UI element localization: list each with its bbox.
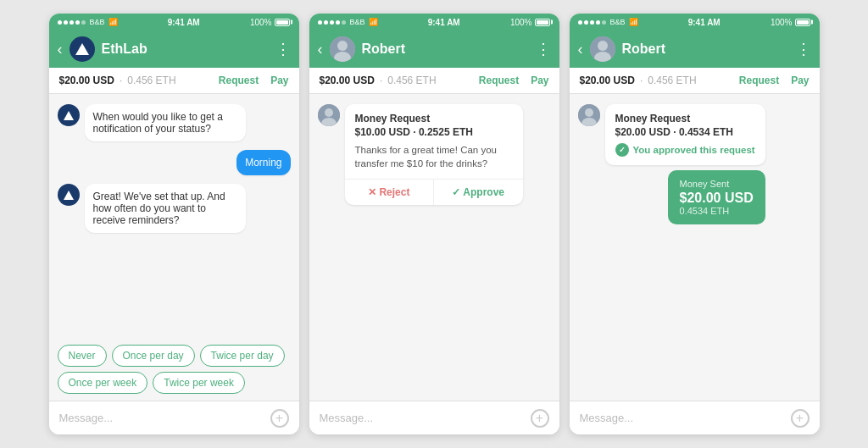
approved-badge: ✓ You approved this request <box>615 143 755 157</box>
signal-dot <box>596 20 600 25</box>
money-request-card-approved: Money Request $20.00 USD · 0.4534 ETH ✓ … <box>605 104 765 165</box>
money-request-eth-3: 0.4534 ETH <box>679 126 733 138</box>
bot-bubble-1: When would you like to get a notificatio… <box>85 104 246 141</box>
battery-area-1: 100% <box>250 18 291 27</box>
chip-twice-day[interactable]: Twice per day <box>200 345 285 367</box>
battery-label-3: 100% <box>771 18 793 27</box>
input-bar-3: Message... + <box>570 401 820 434</box>
balance-usd-2: $20.00 USD <box>320 75 375 86</box>
signal-dot <box>324 20 328 25</box>
phone-3: B&B 📶 9:41 AM 100% ‹ Robert ⋮ $20.00 USD… <box>570 14 820 434</box>
add-button-2[interactable]: + <box>531 409 549 428</box>
money-request-amount: $10.00 USD · 0.2525 ETH <box>355 126 513 138</box>
bot-bubble-2: Great! We've set that up. And how often … <box>85 184 246 233</box>
money-sent-label: Money Sent <box>680 179 754 189</box>
pay-button-2[interactable]: Pay <box>531 75 548 86</box>
signal-dot <box>584 20 588 25</box>
balance-usd-3: $20.00 USD <box>580 75 635 86</box>
carrier-label-1: B&B <box>90 18 105 26</box>
robert-avatar-msg-3 <box>578 104 600 126</box>
message-input-3[interactable]: Message... <box>580 412 784 424</box>
battery-icon-1 <box>275 19 290 26</box>
request-button-3[interactable]: Request <box>739 75 779 86</box>
chat-area-2: Money Request $10.00 USD · 0.2525 ETH Th… <box>309 94 559 401</box>
money-request-sep: · <box>413 126 415 138</box>
add-button-1[interactable]: + <box>270 409 289 428</box>
robert-avatar-header-2 <box>330 36 355 62</box>
svg-point-4 <box>325 108 333 117</box>
balance-sep-3: · <box>640 75 643 86</box>
header-title-2: Robert <box>362 41 529 57</box>
signal-dot <box>330 20 334 25</box>
input-bar-2: Message... + <box>309 401 559 434</box>
status-bar-2: B&B 📶 9:41 AM 100% <box>309 14 559 30</box>
chip-once-day[interactable]: Once per day <box>112 345 195 367</box>
svg-point-10 <box>585 108 593 117</box>
message-row: When would you like to get a notificatio… <box>58 104 291 141</box>
signal-dot <box>590 20 594 25</box>
more-button-1[interactable]: ⋮ <box>275 40 291 58</box>
battery-label-1: 100% <box>250 18 272 27</box>
chip-once-week[interactable]: Once per week <box>58 372 148 394</box>
balance-usd-1: $20.00 USD <box>59 75 114 86</box>
chat-area-3: Money Request $20.00 USD · 0.4534 ETH ✓ … <box>570 94 820 401</box>
money-request-sep-3: · <box>673 126 676 138</box>
signal-dot <box>578 20 582 25</box>
pay-button-3[interactable]: Pay <box>791 75 809 86</box>
message-input-2[interactable]: Message... <box>320 412 524 424</box>
balance-eth-1: 0.456 ETH <box>127 75 175 86</box>
battery-area-2: 100% <box>510 18 551 27</box>
money-request-amount-3: $20.00 USD · 0.4534 ETH <box>615 126 755 138</box>
time-2: 9:41 AM <box>428 18 460 27</box>
input-bar-1: Message... + <box>49 401 299 434</box>
balance-bar-1: $20.00 USD · 0.456 ETH Request Pay <box>49 68 299 94</box>
status-bar-3: B&B 📶 9:41 AM 100% <box>570 14 820 30</box>
more-button-3[interactable]: ⋮ <box>796 40 811 58</box>
money-request-title: Money Request <box>355 113 513 124</box>
header-1: ‹ EthLab ⋮ <box>49 30 299 68</box>
money-request-actions: ✕ Reject ✓ Approve <box>345 179 523 205</box>
wifi-icon: 📶 <box>108 18 118 26</box>
approve-button[interactable]: ✓ Approve <box>434 180 523 205</box>
money-sent-eth: 0.4534 ETH <box>680 206 754 216</box>
signal-dot <box>602 20 606 25</box>
request-button-2[interactable]: Request <box>479 75 519 86</box>
more-button-2[interactable]: ⋮ <box>536 40 551 58</box>
carrier-signal-3: B&B 📶 <box>578 18 638 26</box>
chip-twice-week[interactable]: Twice per week <box>153 372 245 394</box>
balance-eth-3: 0.456 ETH <box>648 75 696 86</box>
message-row: Morning <box>58 150 291 175</box>
chip-never[interactable]: Never <box>58 345 107 367</box>
signal-dot <box>70 20 74 25</box>
svg-point-1 <box>337 41 348 51</box>
header-title-1: EthLab <box>102 41 269 57</box>
header-2: ‹ Robert ⋮ <box>309 30 559 68</box>
balance-bar-2: $20.00 USD · 0.456 ETH Request Pay <box>309 68 559 94</box>
robert-avatar-header-3 <box>590 36 615 62</box>
bot-avatar-1 <box>58 104 80 126</box>
phone-2: B&B 📶 9:41 AM 100% ‹ Robert ⋮ $20.00 USD… <box>309 14 559 434</box>
money-request-card: Money Request $10.00 USD · 0.2525 ETH Th… <box>345 104 523 205</box>
phone-1: B&B 📶 9:41 AM 100% ‹ EthLab ⋮ $20.00 USD… <box>49 14 299 434</box>
signal-dot <box>81 20 86 25</box>
battery-label-2: 100% <box>510 18 532 27</box>
back-button-1[interactable]: ‹ <box>58 41 63 58</box>
balance-sep-1: · <box>120 75 122 86</box>
approved-label: You approved this request <box>633 145 755 155</box>
back-button-2[interactable]: ‹ <box>318 41 323 58</box>
robert-avatar-msg <box>318 104 340 126</box>
message-input-1[interactable]: Message... <box>59 412 264 424</box>
signal-dot <box>318 20 322 25</box>
add-button-3[interactable]: + <box>791 409 810 428</box>
reject-button[interactable]: ✕ Reject <box>345 180 435 205</box>
back-button-3[interactable]: ‹ <box>578 41 583 58</box>
time-3: 9:41 AM <box>688 18 721 27</box>
svg-point-7 <box>598 41 608 51</box>
carrier-signal-2: B&B 📶 <box>318 18 378 26</box>
pay-button-1[interactable]: Pay <box>270 75 288 86</box>
time-1: 9:41 AM <box>168 18 200 27</box>
request-button-1[interactable]: Request <box>219 75 259 86</box>
money-request-usd: $10.00 USD <box>355 126 410 138</box>
signal-dot <box>342 20 346 25</box>
signal-dot <box>336 20 340 25</box>
